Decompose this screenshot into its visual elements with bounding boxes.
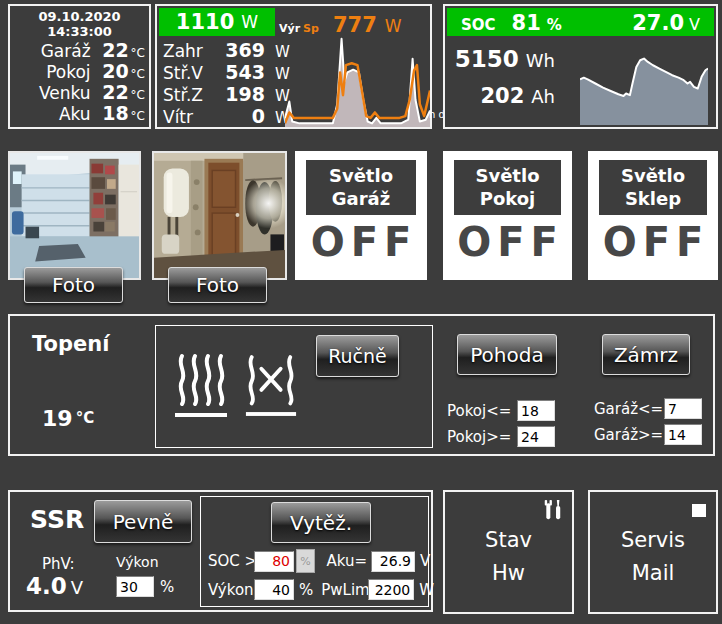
phv-value-number: 4.0 bbox=[26, 573, 67, 599]
harvest-button-label: Vytěž. bbox=[290, 511, 352, 535]
soc-unit: % bbox=[547, 16, 562, 34]
threshold-garage-low: Garáž<= bbox=[594, 398, 702, 419]
temp-value: 18 bbox=[97, 102, 129, 124]
power-limit-unit: W bbox=[419, 581, 434, 599]
light-title-line2: Garáž bbox=[306, 187, 416, 210]
battery-panel: SOC 81 % 27.0 V 5150 Wh 202 Ah bbox=[443, 4, 718, 129]
power-row-label: Stř.Z bbox=[163, 85, 219, 105]
phv-value: 4.0V bbox=[26, 573, 83, 599]
threshold-room-high: Pokoj>= bbox=[447, 426, 555, 447]
heating-frost-button[interactable]: Zámrz bbox=[602, 334, 690, 375]
soc-threshold-label: SOC > bbox=[208, 552, 254, 570]
power-limit-label: PwLim bbox=[321, 581, 365, 599]
hw-status-line2: Hw bbox=[445, 557, 572, 590]
aku-voltage-input[interactable] bbox=[371, 551, 415, 572]
threshold-label: Pokoj<= bbox=[447, 402, 517, 420]
power-row-value: 369 bbox=[219, 39, 265, 61]
light-room-title: Světlo Pokoj bbox=[454, 160, 561, 215]
temp-row-battery: Aku 18 °C bbox=[10, 102, 149, 123]
heating-manual-button[interactable]: Ručně bbox=[316, 335, 399, 377]
temp-row-outside: Venku 22 °C bbox=[10, 81, 149, 102]
power-row-strv: Stř.V 543 W bbox=[163, 61, 291, 83]
service-mail-label: Servis Mail bbox=[590, 524, 716, 590]
soc-threshold-input[interactable] bbox=[254, 551, 294, 572]
harvest-settings-box: Vytěž. SOC > % Aku= V Výkon % PwLim W bbox=[200, 496, 429, 607]
heating-comfort-button[interactable]: Pohoda bbox=[457, 334, 557, 375]
foto-button-label: Foto bbox=[196, 273, 239, 297]
total-power-unit: W bbox=[241, 12, 258, 32]
power-row-value: 198 bbox=[219, 83, 265, 105]
temp-value: 22 bbox=[97, 39, 129, 61]
heating-temp-unit: °C bbox=[76, 409, 95, 427]
temp-unit: °C bbox=[131, 46, 145, 60]
consumption-readout: Výr Sp 777 W bbox=[279, 13, 402, 37]
threshold-room-low: Pokoj<= bbox=[447, 400, 555, 421]
harvest-row-1: SOC > % Aku= V bbox=[208, 549, 430, 573]
power-row-value: 0 bbox=[219, 105, 265, 127]
harvest-power-unit: % bbox=[299, 581, 313, 599]
power-row-label: Vítr bbox=[163, 107, 219, 127]
energy-unit: Wh bbox=[526, 50, 555, 71]
sp-label: Sp bbox=[303, 22, 319, 35]
light-room-toggle[interactable]: Světlo Pokoj OFF bbox=[443, 151, 572, 280]
ssr-power-row: % bbox=[116, 576, 174, 597]
temp-value: 20 bbox=[97, 60, 129, 82]
hw-status-line1: Stav bbox=[445, 524, 572, 557]
vyr-label: Výr bbox=[279, 22, 300, 35]
hw-status-button[interactable]: Stav Hw bbox=[443, 490, 574, 614]
harvest-power-input[interactable] bbox=[254, 579, 294, 600]
foto-room-button[interactable]: Foto bbox=[168, 267, 267, 303]
temp-label: Garáž bbox=[41, 41, 91, 61]
heating-mode-box: Ručně bbox=[155, 325, 433, 448]
temp-label: Aku bbox=[59, 104, 91, 124]
ssr-section: SSR Pevně PhV: 4.0V Výkon % Vytěž. SOC >… bbox=[8, 490, 433, 612]
aku-label: Aku= bbox=[325, 552, 367, 570]
light-cellar-toggle[interactable]: Světlo Sklep OFF bbox=[588, 151, 718, 280]
temp-label: Pokoj bbox=[46, 62, 90, 82]
light-title-line2: Pokoj bbox=[454, 187, 561, 210]
phv-label: PhV: bbox=[42, 555, 75, 573]
light-garage-toggle[interactable]: Světlo Garáž OFF bbox=[295, 151, 427, 280]
ssr-fixed-button[interactable]: Pevně bbox=[94, 500, 192, 543]
hw-status-label: Stav Hw bbox=[445, 524, 572, 590]
temp-unit: °C bbox=[131, 88, 145, 102]
threshold-garage-low-input[interactable] bbox=[664, 398, 702, 419]
battery-stats: 5150 Wh 202 Ah bbox=[445, 46, 555, 120]
tools-icon bbox=[542, 498, 564, 522]
consumption-unit: W bbox=[385, 16, 402, 36]
garage-scene bbox=[10, 153, 139, 278]
heating-on-icon bbox=[174, 352, 228, 422]
power-row-label: Stř.V bbox=[163, 63, 219, 83]
threshold-label: Garáž<= bbox=[594, 400, 664, 418]
comfort-button-label: Pohoda bbox=[470, 343, 543, 367]
manual-button-label: Ručně bbox=[328, 345, 387, 367]
soc-spinner-button[interactable]: % bbox=[296, 549, 315, 573]
power-row-vitr: Vítr 0 W bbox=[163, 105, 291, 127]
battery-voltage-unit: V bbox=[689, 15, 700, 34]
foto-garage-button[interactable]: Foto bbox=[24, 267, 123, 303]
camera-garage-image bbox=[8, 151, 141, 280]
threshold-room-low-input[interactable] bbox=[517, 400, 555, 421]
date-label: 09.10.2020 bbox=[10, 9, 149, 24]
phv-unit: V bbox=[71, 577, 83, 598]
power-limit-input[interactable] bbox=[368, 579, 414, 600]
threshold-label: Pokoj>= bbox=[447, 428, 517, 446]
service-mail-button[interactable]: Servis Mail bbox=[588, 490, 718, 614]
power-row-label: Zahr bbox=[163, 41, 219, 61]
ssr-power-input[interactable] bbox=[116, 576, 154, 597]
threshold-room-high-input[interactable] bbox=[517, 426, 555, 447]
battery-history-sparkline bbox=[580, 42, 708, 125]
power-row-value: 543 bbox=[219, 61, 265, 83]
capacity-value: 202 bbox=[480, 84, 524, 108]
harvest-button[interactable]: Vytěž. bbox=[271, 502, 371, 543]
threshold-garage-high-input[interactable] bbox=[664, 424, 702, 445]
heating-temperature: 19°C bbox=[42, 406, 94, 431]
threshold-label: Garáž>= bbox=[594, 426, 664, 444]
harvest-row-2: Výkon % PwLim W bbox=[208, 579, 434, 600]
clock-temperature-panel: 09.10.2020 14:33:00 Garáž 22 °C Pokoj 20… bbox=[8, 4, 151, 129]
light-title-line1: Světlo bbox=[454, 164, 561, 187]
light-title-line2: Sklep bbox=[599, 187, 707, 210]
camera-room-image bbox=[152, 151, 287, 280]
soc-label: SOC bbox=[461, 16, 496, 34]
battery-energy-row: 5150 Wh bbox=[445, 46, 555, 72]
